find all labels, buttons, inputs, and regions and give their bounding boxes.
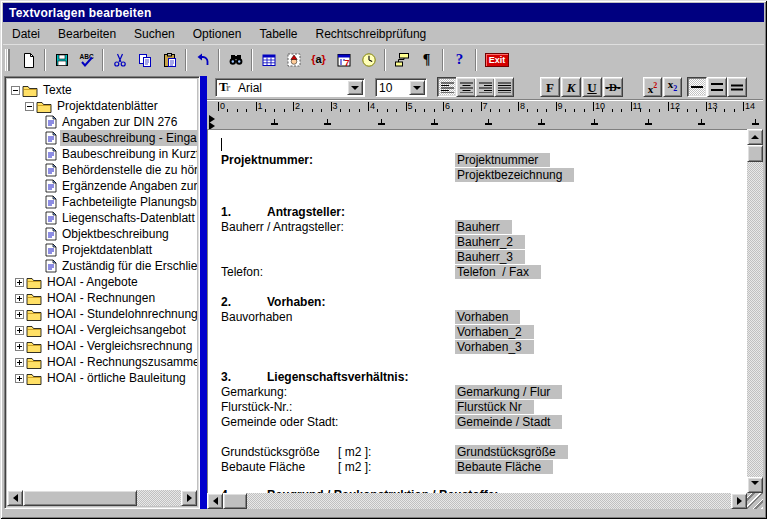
paragraph-marks-button[interactable]: ¶ (414, 47, 439, 73)
scrollbar-thumb[interactable] (223, 493, 247, 509)
merge-field-flurstück-nr[interactable]: Flurstück Nr (455, 400, 534, 414)
tree-item-projektdatenblätter[interactable]: Projektdatenblätter (7, 98, 197, 114)
merge-field-grundstücksgröße[interactable]: Grundstücksgröße (455, 445, 568, 459)
tree-item-angaben-zur-din-276[interactable]: Angaben zur DIN 276 (7, 114, 197, 130)
tree-item-zuständig-für-die-erschließ[interactable]: Zuständig für die Erschließ (7, 258, 197, 274)
tab-stop-marker[interactable] (485, 119, 492, 125)
tab-stop-marker[interactable] (378, 119, 385, 125)
tree-item-label[interactable]: Fachbeteiligte Planungsbi (60, 194, 197, 210)
underline-button[interactable]: U (582, 77, 602, 97)
font-dropdown-button[interactable] (347, 80, 363, 95)
scrollbar-track[interactable] (223, 493, 731, 509)
merge-field-gemarkung-flur[interactable]: Gemarkung / Flur (455, 385, 562, 399)
scroll-up-button[interactable] (747, 129, 763, 145)
scroll-down-button[interactable] (747, 477, 763, 493)
tab-stop-marker[interactable] (271, 119, 278, 125)
merge-field-projektnummer[interactable]: Projektnummer (455, 153, 550, 167)
ruler[interactable]: 01234567891011121314 (207, 99, 763, 115)
scroll-left-button[interactable] (7, 490, 23, 506)
insert-field-button[interactable]: {a} (306, 47, 331, 73)
expand-plus-icon[interactable] (15, 358, 24, 367)
tree-item-label[interactable]: HOAI - Rechnungszusammen (45, 354, 197, 370)
tree-item-hoai-rechnungszusammen[interactable]: HOAI - Rechnungszusammen (7, 354, 197, 370)
merge-field-bauherr-2[interactable]: Bauherr_2 (455, 235, 525, 249)
menu-item-rechtschreibprüfung[interactable]: Rechtschreibprüfung (307, 25, 436, 43)
line-spacing-onehalf-button[interactable] (707, 77, 727, 97)
tree-item-label[interactable]: Liegenschafts-Datenblatt (60, 210, 197, 226)
scrollbar-thumb[interactable] (747, 145, 763, 162)
strikethrough-button[interactable]: -D- (603, 77, 623, 97)
expand-plus-icon[interactable] (15, 326, 24, 335)
expand-plus-icon[interactable] (15, 374, 24, 383)
panel-splitter[interactable] (200, 76, 207, 509)
tree-item-label[interactable]: HOAI - Stundelohnrechnunge (45, 306, 197, 322)
tab-stop-marker[interactable] (591, 119, 598, 125)
help-button[interactable]: ? (447, 47, 472, 73)
align-justify-button[interactable] (494, 77, 514, 97)
insert-table-button[interactable] (256, 47, 281, 73)
tree-item-label[interactable]: Angaben zur DIN 276 (60, 114, 179, 130)
text-structure-button[interactable] (389, 47, 414, 73)
tree-item-liegenschafts-datenblatt[interactable]: Liegenschafts-Datenblatt (7, 210, 197, 226)
insert-image-button[interactable] (281, 47, 306, 73)
undo-button[interactable] (190, 47, 215, 73)
tree-item-label[interactable]: Ergänzende Angaben zur (60, 178, 197, 194)
line-spacing-single-button[interactable] (687, 77, 707, 97)
merge-field-vorhaben-2[interactable]: Vorhaben_2 (455, 325, 534, 339)
merge-field-bebaute-fläche[interactable]: Bebaute Fläche (455, 460, 553, 474)
tab-stop-marker[interactable] (431, 119, 438, 125)
tree-item-label[interactable]: Baubeschreibung in Kurzf (60, 146, 197, 162)
merge-field-gemeinde-stadt[interactable]: Gemeinde / Stadt (455, 415, 562, 429)
tree-item-label[interactable]: Zuständig für die Erschließ (60, 258, 197, 274)
tree-item-label[interactable]: HOAI - Angebote (45, 274, 140, 290)
size-dropdown-button[interactable] (409, 80, 425, 95)
menu-item-bearbeiten[interactable]: Bearbeiten (49, 25, 125, 43)
toolbar-grip-handle[interactable] (5, 49, 12, 71)
collapse-minus-icon[interactable] (25, 102, 34, 111)
collapse-minus-icon[interactable] (11, 86, 20, 95)
tree-item-behördenstelle-die-zu-hör[interactable]: Behördenstelle die zu hör (7, 162, 197, 178)
merge-field-bauherr[interactable]: Bauherr (455, 220, 512, 234)
scrollbar-track[interactable] (747, 145, 763, 477)
bold-button[interactable]: F (540, 77, 560, 97)
menu-item-suchen[interactable]: Suchen (125, 25, 184, 43)
tree-item-hoai-angebote[interactable]: HOAI - Angebote (7, 274, 197, 290)
align-center-button[interactable] (456, 77, 476, 97)
merge-field-vorhaben[interactable]: Vorhaben (455, 310, 520, 324)
tab-stop-marker[interactable] (645, 119, 652, 125)
menu-item-datei[interactable]: Datei (3, 25, 49, 43)
tree-item-baubeschreibung-in-kurzf[interactable]: Baubeschreibung in Kurzf (7, 146, 197, 162)
superscript-button[interactable]: x2 (643, 77, 662, 97)
tree-item-label[interactable]: HOAI - Rechnungen (45, 290, 157, 306)
insert-time-button[interactable] (356, 47, 381, 73)
align-right-button[interactable] (475, 77, 495, 97)
tree-item-label[interactable]: Objektbeschreibung (60, 226, 171, 242)
tree-item-label[interactable]: Baubeschreibung - Eingab (60, 130, 197, 146)
tree-item-baubeschreibung-eingab[interactable]: Baubeschreibung - Eingab (7, 130, 197, 146)
tree-item-projektdatenblatt[interactable]: Projektdatenblatt (7, 242, 197, 258)
tree-item-fachbeteiligte-planungsbi[interactable]: Fachbeteiligte Planungsbi (7, 194, 197, 210)
tree-item-label[interactable]: HOAI - Vergleichsangebot (45, 322, 188, 338)
scroll-right-button[interactable] (731, 493, 747, 509)
titlebar[interactable]: Textvorlagen bearbeiten (3, 3, 764, 22)
spellcheck-button[interactable]: ABC (74, 47, 99, 73)
tree-item-ergänzende-angaben-zur[interactable]: Ergänzende Angaben zur (7, 178, 197, 194)
cut-button[interactable] (107, 47, 132, 73)
scrollbar-thumb[interactable] (23, 490, 137, 506)
italic-button[interactable]: K (561, 77, 581, 97)
document-page[interactable]: Projektnummer:ProjektnummerProjektbezeic… (207, 129, 747, 493)
tree-item-hoai-örtliche-bauleitung[interactable]: HOAI - örtliche Bauleitung (7, 370, 197, 386)
tab-stop-marker[interactable] (324, 119, 331, 125)
new-document-button[interactable] (16, 47, 41, 73)
font-size-select[interactable]: 10 (375, 78, 427, 97)
tree-item-hoai-vergleichsangebot[interactable]: HOAI - Vergleichsangebot (7, 322, 197, 338)
tab-stop-marker[interactable] (698, 119, 705, 125)
tab-stop-marker[interactable] (752, 119, 759, 125)
expand-plus-icon[interactable] (15, 278, 24, 287)
merge-field-vorhaben-3[interactable]: Vorhaben_3 (455, 340, 534, 354)
find-button[interactable] (223, 47, 248, 73)
copy-button[interactable] (132, 47, 157, 73)
merge-field-telefon-fax[interactable]: Telefon / Fax (455, 265, 541, 279)
tree-item-label[interactable]: Projektdatenblatt (60, 242, 154, 258)
merge-field-bauherr-3[interactable]: Bauherr_3 (455, 250, 525, 264)
